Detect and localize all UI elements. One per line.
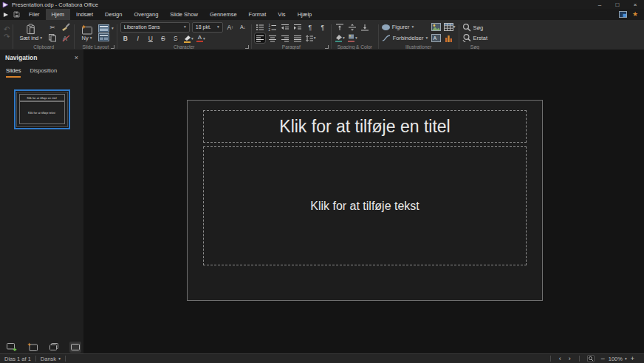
slide-canvas[interactable]: Klik for at tilføje en titel Klik for at… [83, 50, 644, 353]
menu-design[interactable]: Design [99, 9, 128, 20]
fill-color-button[interactable]: ▾ [335, 33, 345, 43]
tab-disposition[interactable]: Disposition [30, 67, 57, 78]
font-size-select[interactable]: 18 pkt.▾ [192, 22, 223, 33]
character-group: Liberation Sans▾ 18 pkt.▾ A↑ A↓ B I U S … [118, 21, 250, 51]
tab-slides[interactable]: Slides [6, 67, 21, 78]
paste-button[interactable]: Sæt ind▾ [16, 23, 45, 42]
undo-icon[interactable]: ↶ [4, 26, 10, 33]
replace-button[interactable]: Erstat [462, 33, 488, 42]
spacing-color-group: ▾ ▾ Spacing & Color [332, 21, 377, 51]
illustrations-group: Figurer ▾ ▾ F [380, 21, 458, 51]
language-select[interactable]: Dansk ▾ [41, 356, 61, 362]
paragraph-group: 12 ¶ ¶ [253, 21, 330, 51]
layout-reset-button[interactable] [98, 33, 114, 41]
grow-font-icon[interactable]: A↑ [225, 22, 236, 32]
align-top-icon[interactable] [335, 22, 345, 32]
menu-filer[interactable]: Filer [23, 9, 46, 20]
ribbon-toolbar: ↶ ↷ Sæt ind▾ ✂ [0, 20, 644, 51]
font-color-button[interactable]: A ▾ [196, 34, 206, 44]
formatting-marks-icon[interactable]: ¶ [318, 22, 328, 32]
justify-icon[interactable] [292, 33, 303, 43]
underline-button[interactable]: U [145, 34, 156, 44]
status-bar: Dias 1 af 1 Dansk ▾ ‹ › – 100% ▾ + [0, 353, 644, 363]
slide-layout-expand-icon[interactable] [111, 45, 114, 49]
background-color-button[interactable]: ▾ [347, 33, 357, 43]
minimize-button[interactable]: – [591, 0, 609, 9]
new-slide-button[interactable]: Ny▾ [78, 24, 96, 42]
font-name-select[interactable]: Liberation Sans▾ [120, 22, 190, 33]
title-placeholder[interactable]: Klik for at tilføje en titel [203, 110, 527, 143]
highlight-color-button[interactable]: ▾ [183, 34, 193, 44]
align-bottom-icon[interactable] [360, 22, 370, 32]
menu-bar: Filer Hjem Indsæt Design Overgang Slide … [0, 9, 644, 20]
line-spacing-button[interactable]: ▾ [305, 33, 316, 43]
redo-icon[interactable]: ↷ [4, 33, 10, 40]
clear-formatting-icon[interactable]: A [61, 33, 71, 43]
shapes-button[interactable]: Figurer ▾ [382, 24, 429, 30]
slide-view-toggle-icon[interactable] [69, 342, 81, 353]
svg-text:1: 1 [268, 24, 270, 27]
slide-thumbnail[interactable]: Klik for at tilføje en titel Klik for at… [14, 89, 70, 129]
screen-mode-icon[interactable] [619, 11, 627, 18]
cut-icon[interactable]: ✂ [47, 23, 58, 33]
menu-indsaet[interactable]: Indsæt [70, 9, 99, 20]
title-bar: Presentation.odp - Collabora Office – □ … [0, 0, 644, 9]
align-center-icon[interactable] [267, 33, 278, 43]
body-placeholder[interactable]: Klik for at tilføje tekst [203, 146, 527, 265]
layout-dropdown-icon: ▾ [112, 27, 114, 30]
app-logo-icon[interactable] [3, 12, 9, 18]
connectors-button[interactable]: Forbindelser ▾ [382, 35, 429, 41]
zoom-fit-icon[interactable] [584, 355, 597, 362]
previous-slide-button[interactable]: ‹ [555, 355, 565, 362]
center-vertically-icon[interactable] [347, 22, 357, 32]
align-right-icon[interactable] [280, 33, 290, 43]
menu-overgang[interactable]: Overgang [128, 9, 164, 20]
bullets-icon[interactable] [255, 22, 265, 32]
zoom-out-button[interactable]: – [597, 355, 609, 362]
thumbnail-body-text: Klik for at tilføje tekst [19, 101, 65, 124]
zoom-level-select[interactable]: 100% ▾ [609, 356, 627, 362]
copy-icon[interactable] [47, 33, 58, 43]
undo-redo-group: ↶ ↷ [1, 21, 12, 51]
align-left-icon[interactable] [255, 33, 265, 43]
panel-close-icon[interactable]: × [75, 54, 78, 61]
slide-actions-bar [0, 340, 83, 353]
star-icon[interactable]: ★ [632, 11, 638, 18]
duplicate-slide-icon[interactable] [27, 342, 38, 353]
save-icon[interactable] [13, 11, 20, 18]
insert-textbox-icon[interactable]: A [431, 33, 442, 43]
insert-chart-icon[interactable] [444, 33, 454, 43]
strikethrough-button[interactable]: S [158, 34, 168, 44]
clone-formatting-icon[interactable] [61, 23, 71, 33]
numbering-icon[interactable]: 12 [267, 22, 278, 32]
menu-gennemse[interactable]: Gennemse [204, 9, 243, 20]
next-slide-button[interactable]: › [565, 355, 575, 362]
paragraph-expand-icon[interactable] [325, 45, 329, 49]
new-slide-footer-icon[interactable] [5, 342, 17, 353]
menu-format[interactable]: Format [243, 9, 273, 20]
character-expand-icon[interactable] [245, 45, 249, 49]
shadow-button[interactable]: S [171, 34, 181, 44]
slides-stack-icon[interactable] [48, 342, 60, 353]
menu-hjem[interactable]: Hjem [46, 9, 71, 20]
italic-button[interactable]: I [133, 34, 143, 44]
shrink-font-icon[interactable]: A↓ [238, 22, 248, 32]
maximize-button[interactable]: □ [609, 0, 626, 9]
table-dropdown-icon: ▾ [453, 25, 456, 29]
paragraph-above-icon[interactable]: ¶ [305, 22, 315, 32]
bold-button[interactable]: B [120, 34, 131, 44]
zoom-in-button[interactable]: + [627, 355, 638, 362]
insert-image-icon[interactable] [431, 22, 442, 32]
insert-table-button[interactable]: ▾ [444, 22, 456, 32]
menu-vis[interactable]: Vis [272, 9, 291, 20]
increase-indent-icon[interactable] [292, 22, 303, 32]
close-button[interactable]: × [626, 0, 644, 9]
menu-slideshow[interactable]: Slide Show [164, 9, 204, 20]
layout-select-button[interactable]: ▾ [98, 24, 114, 33]
slide-editor[interactable]: Klik for at tilføje en titel Klik for at… [187, 100, 543, 301]
decrease-indent-icon[interactable] [280, 22, 290, 32]
slide-layout-group: Ny▾ ▾ Slide Layout [75, 21, 116, 51]
search-button[interactable]: Søg [462, 23, 488, 32]
menu-hjaelp[interactable]: Hjælp [292, 9, 318, 20]
clipboard-group: Sæt ind▾ ✂ A Clipboard [14, 21, 73, 51]
